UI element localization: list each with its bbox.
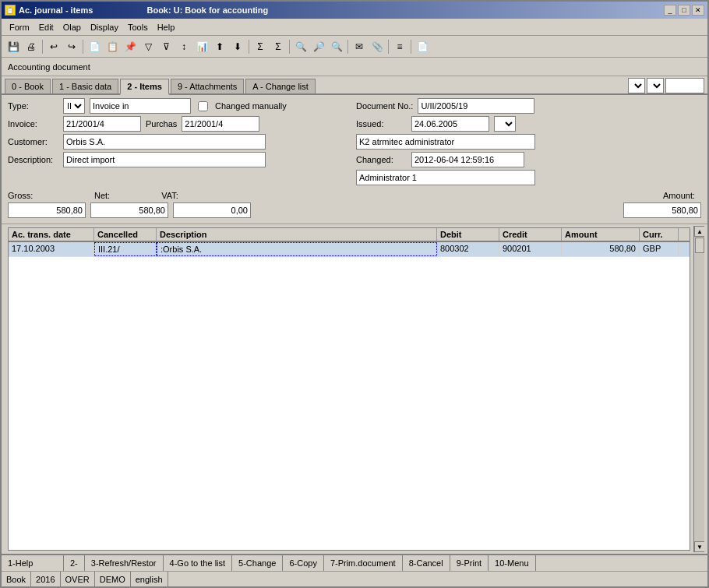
save-button[interactable]: 💾 <box>5 38 22 55</box>
scroll-thumb[interactable] <box>695 238 704 253</box>
cell-debit: 800302 <box>437 242 499 256</box>
import-button[interactable]: ⬆ <box>211 38 228 55</box>
tab-dropdown2[interactable] <box>647 78 664 93</box>
cell-cancelled: III.21/ <box>94 242 157 256</box>
doc-button[interactable]: 📄 <box>414 38 431 55</box>
tab-dropdown1[interactable] <box>628 78 645 93</box>
list-button[interactable]: ≡ <box>391 38 408 55</box>
changed-manually-label: Changed manually <box>215 101 287 111</box>
tab-a-change[interactable]: A - Change list <box>245 79 316 93</box>
col-description: Description <box>157 228 437 241</box>
f9-print[interactable]: 9-Print <box>450 555 489 571</box>
invoice-label: Invoice: <box>8 119 58 129</box>
changed-label: Changed: <box>356 155 407 164</box>
menu-bar: Form Edit Olap Display Tools Help <box>2 19 707 36</box>
new-button[interactable]: 📄 <box>86 38 103 55</box>
maximize-button[interactable]: □ <box>678 5 690 16</box>
f10-menu[interactable]: 10-Menu <box>489 555 535 571</box>
search3-button[interactable]: 🔍 <box>328 38 345 55</box>
menu-help[interactable]: Help <box>153 21 180 33</box>
email-button[interactable]: ✉ <box>351 38 368 55</box>
type-select[interactable]: II <box>63 98 85 114</box>
toolbar: 💾 🖨 ↩ ↪ 📄 📋 📌 ▽ ⊽ ↕ 📊 ⬆ ⬇ Σ Σ 🔍 🔎 🔍 ✉ 📎 … <box>2 36 707 58</box>
f8-cancel[interactable]: 8-Cancel <box>403 555 450 571</box>
purchase-input[interactable] <box>182 116 259 132</box>
close-button[interactable]: ✕ <box>692 5 704 16</box>
cell-description: :Orbis S.A. <box>157 242 437 256</box>
scroll-down-button[interactable]: ▼ <box>694 541 704 552</box>
net-label: Net: <box>94 191 110 200</box>
bottom-over: OVER <box>61 572 95 586</box>
col-curr: Curr. <box>640 228 679 241</box>
f6-copy[interactable]: 6-Copy <box>283 555 323 571</box>
menu-tools[interactable]: Tools <box>123 21 153 33</box>
minimize-button[interactable]: _ <box>664 5 676 16</box>
col-debit: Debit <box>437 228 499 241</box>
title-bar: 📋 Ac. journal - items Book: U: Book for … <box>2 2 707 19</box>
filter2-button[interactable]: ⊽ <box>157 38 175 55</box>
bottom-bar: Book 2016 OVER DEMO english <box>2 571 707 586</box>
tab-0-book[interactable]: 0 - Book <box>5 79 51 93</box>
vat-label: VAT: <box>161 191 178 200</box>
net-input[interactable] <box>90 202 168 218</box>
f4-goto[interactable]: 4-Go to the list <box>164 555 233 571</box>
grid-container: Ac. trans. date Cancelled Description De… <box>8 227 690 551</box>
table-row[interactable]: 17.10.2003 III.21/ :Orbis S.A. 800302 90… <box>9 242 690 257</box>
bottom-year: 2016 <box>31 572 60 586</box>
menu-form[interactable]: Form <box>5 21 34 33</box>
vat-input[interactable] <box>173 202 251 218</box>
redo-button[interactable]: ↪ <box>63 38 80 55</box>
cell-date: 17.10.2003 <box>9 242 94 256</box>
title-left: Ac. journal - items <box>19 5 93 15</box>
tab-1-basic[interactable]: 1 - Basic data <box>52 79 118 93</box>
menu-edit[interactable]: Edit <box>34 21 58 33</box>
menu-display[interactable]: Display <box>86 21 123 33</box>
search-button[interactable]: 🔍 <box>292 38 309 55</box>
changed-manually-checkbox[interactable] <box>198 101 208 111</box>
gross-input[interactable] <box>8 202 86 218</box>
paste-button[interactable]: 📌 <box>122 38 139 55</box>
filter-button[interactable]: ▽ <box>139 38 157 55</box>
amount-input[interactable] <box>623 202 701 218</box>
k2-input[interactable] <box>356 134 535 150</box>
print-button[interactable]: 🖨 <box>23 38 40 55</box>
changed-input[interactable] <box>411 152 524 167</box>
invoice-input[interactable] <box>63 116 141 132</box>
doc-no-input[interactable] <box>418 98 534 114</box>
scroll-up-button[interactable]: ▲ <box>694 226 704 237</box>
admin-input[interactable] <box>356 170 535 185</box>
purchase-label: Purchas <box>146 119 177 129</box>
toolbar2: Accounting document <box>2 58 707 76</box>
f2[interactable]: 2- <box>64 555 85 571</box>
tab-9-attach[interactable]: 9 - Attachments <box>171 79 244 93</box>
f3-refresh[interactable]: 3-Refresh/Restor <box>85 555 164 571</box>
sum-button[interactable]: Σ <box>252 38 269 55</box>
f1-help[interactable]: 1-Help <box>2 555 64 571</box>
title-right: Book: U: Book for accounting <box>146 5 268 15</box>
attach-button[interactable]: 📎 <box>369 38 386 55</box>
type-name-input[interactable] <box>90 98 191 114</box>
issued-label: Issued: <box>356 119 407 129</box>
chart-button[interactable]: 📊 <box>193 38 210 55</box>
doc-no-label: Document No.: <box>356 101 413 111</box>
export-button[interactable]: ⬇ <box>229 38 246 55</box>
col-credit: Credit <box>499 228 562 241</box>
tabs-bar: 0 - Book 1 - Basic data 2 - Items 9 - At… <box>2 76 707 95</box>
description-input[interactable] <box>63 152 266 167</box>
tab-input[interactable] <box>665 78 704 93</box>
issued-input[interactable] <box>411 116 489 132</box>
issued-dropdown[interactable] <box>494 116 516 132</box>
menu-olap[interactable]: Olap <box>58 21 86 33</box>
search2-button[interactable]: 🔎 <box>310 38 327 55</box>
scroll-track[interactable] <box>694 237 704 541</box>
customer-input[interactable] <box>63 134 266 150</box>
copy-button[interactable]: 📋 <box>104 38 121 55</box>
f7-primdoc[interactable]: 7-Prim.document <box>324 555 403 571</box>
scrollbar-vertical[interactable]: ▲ ▼ <box>693 226 704 552</box>
content-area: Ac. trans. date Cancelled Description De… <box>2 224 707 554</box>
sort-button[interactable]: ↕ <box>175 38 192 55</box>
tab-2-items[interactable]: 2 - Items <box>120 79 169 95</box>
sum2-button[interactable]: Σ <box>270 38 287 55</box>
undo-button[interactable]: ↩ <box>45 38 62 55</box>
f5-change[interactable]: 5-Change <box>232 555 283 571</box>
